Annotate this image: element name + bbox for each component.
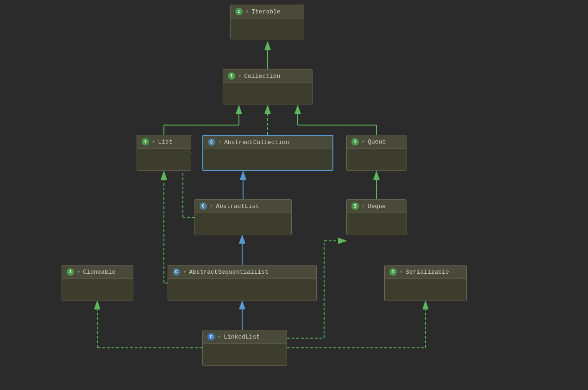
node-queue-label: Queue bbox=[368, 138, 386, 145]
node-linked-list-body bbox=[203, 343, 287, 365]
node-queue-icon: ⚡ bbox=[362, 138, 365, 145]
node-serializable[interactable]: I ⚡ Serializable bbox=[384, 265, 467, 301]
node-abstract-list-body bbox=[195, 213, 291, 235]
node-queue-body bbox=[347, 148, 406, 170]
node-cloneable-header: I ⚡ Cloneable bbox=[62, 265, 133, 278]
badge-collection: I bbox=[228, 72, 235, 80]
node-cloneable[interactable]: I ⚡ Cloneable bbox=[62, 265, 133, 301]
node-deque-label: Deque bbox=[368, 203, 386, 210]
badge-list: I bbox=[142, 138, 149, 145]
node-deque-icon: ⚡ bbox=[362, 203, 365, 210]
node-abstract-collection[interactable]: C ⚡ AbstractCollection bbox=[202, 135, 333, 171]
node-queue[interactable]: I ⚡ Queue bbox=[346, 135, 407, 171]
node-abstract-collection-label: AbstractCollection bbox=[224, 139, 289, 146]
node-collection[interactable]: I ⚡ Collection bbox=[223, 69, 313, 105]
diagram-container: I ⚡ Iterable I ⚡ Collection I ⚡ List C ⚡… bbox=[0, 0, 588, 390]
node-iterable-body bbox=[231, 18, 304, 39]
node-cloneable-label: Cloneable bbox=[83, 269, 115, 276]
node-abstract-sequential-list-icon: ⚡ bbox=[183, 269, 186, 276]
node-abstract-collection-body bbox=[203, 149, 332, 170]
node-list-label: List bbox=[158, 138, 172, 145]
node-serializable-header: I ⚡ Serializable bbox=[385, 265, 466, 278]
badge-deque: I bbox=[351, 202, 359, 210]
node-cloneable-body bbox=[62, 278, 133, 301]
badge-abstract-sequential-list: C bbox=[173, 268, 180, 276]
node-abstract-sequential-list-body bbox=[168, 278, 316, 301]
node-queue-header: I ⚡ Queue bbox=[347, 135, 406, 148]
badge-cloneable: I bbox=[67, 268, 74, 276]
badge-queue: I bbox=[351, 138, 359, 145]
node-collection-header: I ⚡ Collection bbox=[223, 69, 312, 82]
node-abstract-collection-header: C ⚡ AbstractCollection bbox=[203, 136, 332, 149]
node-abstract-sequential-list-header: C ⚡ AbstractSequentialList bbox=[168, 265, 316, 278]
node-abstract-list[interactable]: C ⚡ AbstractList bbox=[194, 199, 292, 235]
arrows-svg bbox=[0, 0, 588, 390]
node-list[interactable]: I ⚡ List bbox=[137, 135, 191, 171]
node-list-header: I ⚡ List bbox=[137, 135, 191, 148]
node-collection-body bbox=[223, 82, 312, 105]
node-abstract-list-label: AbstractList bbox=[216, 203, 259, 210]
node-collection-icon: ⚡ bbox=[238, 73, 241, 80]
badge-abstract-collection: C bbox=[208, 138, 215, 146]
node-iterable-label: Iterable bbox=[251, 8, 280, 15]
node-serializable-body bbox=[385, 278, 466, 301]
node-linked-list-label: LinkedList bbox=[224, 333, 260, 340]
badge-serializable: I bbox=[389, 268, 397, 276]
node-abstract-sequential-list-label: AbstractSequentialList bbox=[189, 269, 269, 276]
node-serializable-label: Serializable bbox=[406, 269, 449, 276]
node-linked-list-header: C ⚡ LinkedList bbox=[203, 330, 287, 343]
node-abstract-collection-icon: ⚡ bbox=[218, 139, 221, 146]
node-collection-label: Collection bbox=[244, 73, 280, 80]
badge-linked-list: C bbox=[207, 333, 215, 340]
node-iterable[interactable]: I ⚡ Iterable bbox=[230, 5, 304, 39]
node-cloneable-icon: ⚡ bbox=[77, 269, 80, 276]
badge-iterable: I bbox=[235, 8, 243, 15]
node-serializable-icon: ⚡ bbox=[400, 269, 403, 276]
node-deque-body bbox=[347, 213, 406, 235]
node-abstract-list-header: C ⚡ AbstractList bbox=[195, 200, 291, 213]
node-abstract-list-icon: ⚡ bbox=[210, 203, 213, 210]
node-list-icon: ⚡ bbox=[152, 138, 155, 145]
node-iterable-header: I ⚡ Iterable bbox=[231, 5, 304, 18]
badge-abstract-list: C bbox=[200, 202, 207, 210]
node-linked-list[interactable]: C ⚡ LinkedList bbox=[202, 330, 287, 366]
node-deque[interactable]: I ⚡ Deque bbox=[346, 199, 407, 235]
node-linked-list-icon: ⚡ bbox=[218, 333, 221, 340]
node-abstract-sequential-list[interactable]: C ⚡ AbstractSequentialList bbox=[168, 265, 317, 301]
node-list-body bbox=[137, 148, 191, 170]
node-iterable-icon: ⚡ bbox=[245, 8, 249, 15]
node-deque-header: I ⚡ Deque bbox=[347, 200, 406, 213]
